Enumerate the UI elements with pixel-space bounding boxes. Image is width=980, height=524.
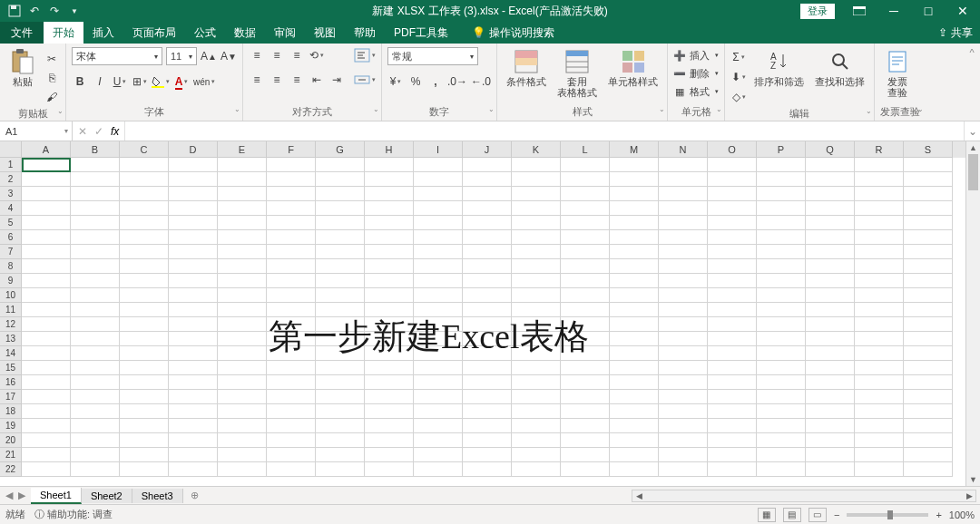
cell[interactable] <box>316 419 365 433</box>
cell[interactable] <box>169 332 218 346</box>
cell[interactable] <box>610 375 659 390</box>
cell[interactable] <box>806 404 855 419</box>
cell[interactable] <box>610 216 659 230</box>
cell[interactable] <box>120 448 169 462</box>
cell[interactable] <box>169 158 218 172</box>
cell[interactable] <box>610 201 659 216</box>
column-header[interactable]: O <box>708 141 757 158</box>
cell[interactable] <box>267 274 316 288</box>
cell[interactable] <box>659 317 708 332</box>
sheet-tab-3[interactable]: Sheet3 <box>132 489 183 503</box>
cell[interactable] <box>610 259 659 274</box>
cell[interactable] <box>757 390 806 404</box>
cell[interactable] <box>806 201 855 216</box>
cell[interactable] <box>169 433 218 448</box>
cell[interactable] <box>316 375 365 390</box>
cell[interactable] <box>757 201 806 216</box>
cell[interactable] <box>120 332 169 346</box>
cell[interactable] <box>120 288 169 303</box>
cell[interactable] <box>659 375 708 390</box>
cell[interactable] <box>806 158 855 172</box>
format-as-table-button[interactable]: 套用 表格格式 <box>554 47 601 100</box>
align-center-icon[interactable]: ≡ <box>269 72 285 88</box>
cell[interactable] <box>610 448 659 462</box>
cell[interactable] <box>904 433 953 448</box>
cell[interactable] <box>659 462 708 477</box>
accessibility-status[interactable]: ⓘ 辅助功能: 调查 <box>34 508 113 521</box>
cell[interactable] <box>806 346 855 361</box>
cell[interactable] <box>512 230 561 245</box>
cell[interactable] <box>22 216 71 230</box>
currency-button[interactable]: ¥ <box>387 73 404 90</box>
invoice-check-button[interactable]: 发票 查验 <box>880 47 915 100</box>
cell[interactable] <box>659 332 708 346</box>
cell[interactable] <box>169 361 218 375</box>
cell[interactable] <box>365 375 414 390</box>
cell[interactable] <box>855 404 904 419</box>
cell[interactable] <box>659 172 708 187</box>
cell[interactable] <box>365 274 414 288</box>
cell[interactable] <box>22 201 71 216</box>
enter-formula-icon[interactable]: ✓ <box>94 125 103 138</box>
cell[interactable] <box>71 201 120 216</box>
autosum-button[interactable]: Σ <box>730 49 747 65</box>
column-header[interactable]: B <box>71 141 120 158</box>
cell[interactable] <box>659 216 708 230</box>
cell[interactable] <box>22 172 71 187</box>
qat-dropdown-icon[interactable]: ▼ <box>67 4 82 18</box>
row-header[interactable]: 11 <box>0 303 22 317</box>
cell[interactable] <box>365 172 414 187</box>
cell[interactable] <box>561 245 610 259</box>
cell[interactable] <box>22 404 71 419</box>
cell[interactable] <box>757 404 806 419</box>
formula-input[interactable] <box>125 121 964 141</box>
scroll-up-icon[interactable]: ▲ <box>966 141 980 154</box>
cell[interactable] <box>757 346 806 361</box>
cell-styles-button[interactable]: 单元格样式 <box>604 47 662 89</box>
cell[interactable] <box>414 216 463 230</box>
cell[interactable] <box>463 332 512 346</box>
cell[interactable] <box>71 158 120 172</box>
cell[interactable] <box>316 448 365 462</box>
sheet-tab-1[interactable]: Sheet1 <box>31 488 82 504</box>
cell[interactable] <box>218 245 267 259</box>
cell[interactable] <box>708 404 757 419</box>
cell[interactable] <box>463 274 512 288</box>
cell[interactable] <box>904 404 953 419</box>
add-sheet-button[interactable]: ⊕ <box>183 490 206 501</box>
cell[interactable] <box>512 201 561 216</box>
cell[interactable] <box>855 390 904 404</box>
cell[interactable] <box>169 172 218 187</box>
cell[interactable] <box>757 375 806 390</box>
cell[interactable] <box>22 274 71 288</box>
cell[interactable] <box>120 346 169 361</box>
cell[interactable] <box>71 187 120 201</box>
cell[interactable] <box>365 303 414 317</box>
cell[interactable] <box>610 390 659 404</box>
tellme-search[interactable]: 💡 操作说明搜索 <box>463 22 564 44</box>
underline-button[interactable]: U <box>112 73 128 90</box>
cell[interactable] <box>806 230 855 245</box>
column-header[interactable]: I <box>414 141 463 158</box>
cell[interactable] <box>218 201 267 216</box>
cell[interactable] <box>512 172 561 187</box>
cell[interactable] <box>267 230 316 245</box>
cell[interactable] <box>218 216 267 230</box>
cell[interactable] <box>463 462 512 477</box>
cell[interactable] <box>561 375 610 390</box>
cell[interactable] <box>708 332 757 346</box>
fx-icon[interactable]: fx <box>111 125 119 138</box>
cell[interactable] <box>267 245 316 259</box>
cell[interactable] <box>365 288 414 303</box>
cell[interactable] <box>708 317 757 332</box>
cell[interactable] <box>463 419 512 433</box>
cell[interactable] <box>610 158 659 172</box>
zoom-level[interactable]: 100% <box>949 509 975 520</box>
cell[interactable] <box>659 230 708 245</box>
cell[interactable] <box>855 288 904 303</box>
cell[interactable] <box>708 187 757 201</box>
column-header[interactable]: E <box>218 141 267 158</box>
font-size-select[interactable]: 11▾ <box>166 47 197 65</box>
cell[interactable] <box>120 317 169 332</box>
cell[interactable] <box>169 448 218 462</box>
